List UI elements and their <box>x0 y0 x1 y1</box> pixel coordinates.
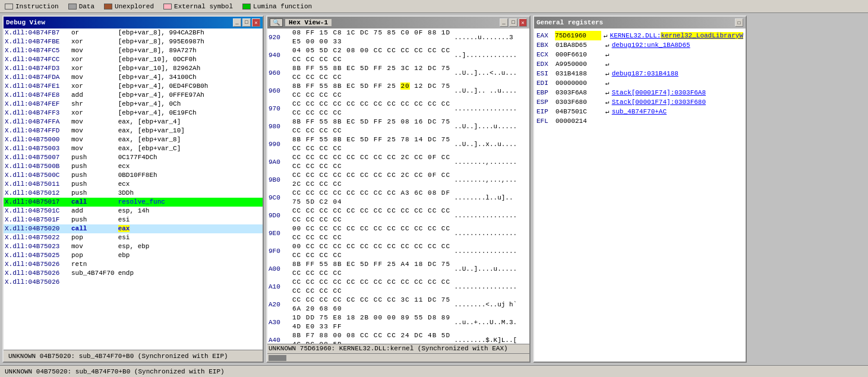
disasm-row[interactable]: X.dll:04B74FEFshr[ebp+var_4], 0Ch <box>4 100 263 109</box>
reg-view-maximize-btn[interactable]: □ <box>735 18 743 27</box>
disasm-mnem: call <box>69 224 117 233</box>
hex-ascii: ..U..]..x..u.... <box>453 135 521 153</box>
hex-ascii: ..u..+...U..M.3. <box>453 313 521 331</box>
reg-link[interactable]: Stack[00001F74]:0303F6A8 <box>612 88 706 97</box>
disasm-row[interactable]: X.dll:04B74FF3xor[ebp+var_4], 0E19FCh <box>4 109 263 118</box>
disasm-row[interactable]: X.dll:04B75017callresolve_func <box>4 198 263 207</box>
reg-link[interactable]: Stack[00001F74]:0303F680 <box>612 97 706 107</box>
reg-link[interactable]: debug192:unk_1BA8D65 <box>612 40 690 50</box>
disasm-row[interactable]: X.dll:04B75023movesp, ebp <box>4 242 263 251</box>
hex-row[interactable]: 9D0CC CC CC CC CC CC CC CC CC CC CC CC C… <box>267 207 521 224</box>
disasm-row[interactable]: X.dll:04B74FBExor[ebp+var_8], 995E6987h <box>4 37 263 46</box>
disasm-mnem: xor <box>69 82 117 91</box>
hex-ascii: ..U..]....u..... <box>453 260 521 278</box>
disasm-addr: X.dll:04B74FB7 <box>4 28 69 37</box>
disasm-row[interactable]: X.dll:04B75000moveax, [ebp+var_8] <box>4 135 263 144</box>
disasm-addr: X.dll:04B75011 <box>4 180 69 189</box>
disasm-ops: 3DDh <box>117 189 263 198</box>
bottom-status-text: UNKNOWN 04B75020: sub_4B74F70+B0 (Synchr… <box>5 368 225 375</box>
hex-row[interactable]: 9E000 CC CC CC CC CC CC CC CC CC CC CC C… <box>267 224 521 242</box>
hex-row[interactable]: 9608B FF 55 8B EC 5D FF 25 3C 12 DC 75 C… <box>267 64 521 82</box>
data-color-swatch <box>68 4 77 9</box>
hex-row[interactable]: 9A0CC CC CC CC CC CC CC CC 2C CC 0F CC C… <box>267 153 521 171</box>
disasm-mnem: xor <box>69 55 117 64</box>
hex-bytes: 8B FF 55 8B EC 5D FF 25 A4 18 DC 75 CC C… <box>290 260 453 278</box>
disasm-ops: [ebp+var_4], 34100Ch <box>117 73 263 82</box>
disasm-row[interactable]: X.dll:04B7501Caddesp, 14h <box>4 207 263 216</box>
disasm-row[interactable]: X.dll:04B74FB7or[ebp+var_8], 994CA2BFh <box>4 28 263 37</box>
disasm-mnem: xor <box>69 109 117 118</box>
hex-row[interactable]: 9908B FF 55 8B EC 5D FF 25 78 14 DC 75 C… <box>267 135 521 153</box>
hex-row[interactable]: 9608B FF 55 8B EC 5D FF 25 20 12 DC 75 C… <box>267 82 521 100</box>
disasm-row[interactable]: X.dll:04B75025popebp <box>4 251 263 260</box>
hex-view-tab[interactable]: Hex View-1 <box>285 19 332 26</box>
hex-row[interactable]: A20CC CC CC CC CC CC CC CC 3C 11 DC 75 6… <box>267 296 521 313</box>
disasm-row[interactable]: X.dll:04B74FC5mov[ebp+var_8], 89A727h <box>4 46 263 55</box>
reg-view-window: General registers □ EAX75D61960↵KERNEL32… <box>533 15 747 363</box>
hex-row[interactable]: A408B F7 88 00 08 CC CC CC 24 DC 4B 5D 4… <box>267 331 521 344</box>
reg-link[interactable]: KERNEL32.DLL:kernel32_LoadLibraryW <box>610 31 743 40</box>
disasm-row[interactable]: X.dll:04B74FDAmov[ebp+var_4], 34100Ch <box>4 73 263 82</box>
hex-view-maximize-btn[interactable]: □ <box>509 18 517 27</box>
hex-view-close-btn[interactable]: ✕ <box>519 18 527 27</box>
hex-row[interactable]: 970CC CC CC CC CC CC CC CC CC CC CC CC C… <box>267 100 521 118</box>
disasm-ops: [ebp+var_8], 89A727h <box>117 46 263 55</box>
reg-link[interactable]: debug187:031B4188 <box>612 69 678 78</box>
hex-offset: A30 <box>267 313 290 331</box>
hex-bytes: 1D DD 75 E8 18 2B 00 00 89 55 D8 89 4D E… <box>290 313 453 331</box>
disasm-row[interactable]: X.dll:04B75011pushecx <box>4 180 263 189</box>
hex-row[interactable]: 92008 FF 15 C8 1C DC 75 85 C0 0F 88 1D E… <box>267 28 521 46</box>
hex-status-bar: UNKNOWN 75D61960: KERNEL32.DLL:kernel (S… <box>267 344 529 353</box>
lumina-color-swatch <box>242 4 251 9</box>
disasm-row[interactable]: X.dll:04B75026sub_4B74F70endp <box>4 269 263 278</box>
disasm-row[interactable]: X.dll:04B75022popesi <box>4 233 263 242</box>
disasm-row[interactable]: X.dll:04B74FD3xor[ebp+var_10], 82962Ah <box>4 64 263 73</box>
hex-row[interactable]: 9808B FF 55 8B EC 5D FF 25 08 16 DC 75 C… <box>267 118 521 135</box>
hex-row[interactable]: A301D DD 75 E8 18 2B 00 00 89 55 D8 89 4… <box>267 313 521 331</box>
disasm-addr: X.dll:04B74FCC <box>4 55 69 64</box>
hex-offset: 970 <box>267 100 290 118</box>
hex-offset: 9C0 <box>267 189 290 207</box>
disasm-row[interactable]: X.dll:04B7500Bpushecx <box>4 162 263 171</box>
disasm-row[interactable]: X.dll:04B75012push3DDh <box>4 189 263 198</box>
disasm-row[interactable]: X.dll:04B75026retn <box>4 260 263 269</box>
disasm-ops: eax, [ebp+var_10] <box>117 126 263 135</box>
disasm-mnem: push <box>69 171 117 180</box>
hex-ascii: ................ <box>453 224 521 242</box>
disasm-row[interactable]: X.dll:04B74FE8add[ebp+var_4], 0FFFE97Ah <box>4 91 263 100</box>
disasm-row[interactable]: X.dll:04B74FFAmoveax, [ebp+var_4] <box>4 118 263 126</box>
hex-offset: 9E0 <box>267 224 290 242</box>
hex-view-minimize-btn[interactable]: _ <box>500 18 508 27</box>
hex-row[interactable]: 94004 05 5D C2 08 00 CC CC CC CC CC CC C… <box>267 46 521 64</box>
hex-row[interactable]: 9C0CC CC CC CC CC CC CC CC A3 6C 08 DF 7… <box>267 189 521 207</box>
debug-view-minimize-btn[interactable]: _ <box>233 18 241 27</box>
disasm-row[interactable]: X.dll:04B75007push0C177F4DCh <box>4 153 263 162</box>
disasm-row[interactable]: X.dll:04B75020calleax <box>4 224 263 233</box>
h-scroll-thumb[interactable] <box>269 355 286 361</box>
hex-row[interactable]: 9F000 CC CC CC CC CC CC CC CC CC CC CC C… <box>267 242 521 260</box>
disasm-ops: [ebp+var_10], 0DCF0h <box>117 55 263 64</box>
disasm-row[interactable]: X.dll:04B7500Cpush0BD10FF8Eh <box>4 171 263 180</box>
hex-row[interactable]: 9B0CC CC CC CC CC CC CC CC 2C CC 0F CC 2… <box>267 171 521 189</box>
reg-link[interactable]: sub_4B74F70+AC <box>612 107 667 116</box>
disasm-row[interactable]: X.dll:04B75003moveax, [ebp+var_C] <box>4 144 263 153</box>
register-row: EFL00000214 <box>536 116 743 126</box>
hex-scrollbar-h[interactable] <box>267 353 529 362</box>
debug-view-close-btn[interactable]: ✕ <box>252 18 260 27</box>
disasm-row[interactable]: X.dll:04B74FE1xor[ebp+var_4], 0ED4FC9B0h <box>4 82 263 91</box>
hex-row[interactable]: A008B FF 55 8B EC 5D FF 25 A4 18 DC 75 C… <box>267 260 521 278</box>
hex-row[interactable]: A10CC CC CC CC CC CC CC CC CC CC CC CC C… <box>267 278 521 296</box>
legend-lumina: Lumina function <box>242 3 312 10</box>
disasm-row[interactable]: X.dll:04B75026 <box>4 278 263 287</box>
hex-bytes: 8B FF 55 8B EC 5D FF 25 20 12 DC 75 CC C… <box>290 82 453 100</box>
hex-bytes: 00 CC CC CC CC CC CC CC CC CC CC CC CC C… <box>290 242 453 260</box>
debug-view-maximize-btn[interactable]: □ <box>242 18 251 27</box>
disasm-row[interactable]: X.dll:04B74FCCxor[ebp+var_10], 0DCF0h <box>4 55 263 64</box>
reg-name: EBP <box>536 88 555 97</box>
hex-ascii: ................ <box>453 100 521 118</box>
disasm-row[interactable]: X.dll:04B74FFDmoveax, [ebp+var_10] <box>4 126 263 135</box>
legend-bar: Instruction Data Unexplored External sym… <box>0 0 868 13</box>
disasm-row[interactable]: X.dll:04B7501Fpushesi <box>4 216 263 224</box>
hex-ascii: ........<..uj h` <box>453 296 521 313</box>
debug-view-titlebar: Debug View _ □ ✕ <box>4 17 263 28</box>
